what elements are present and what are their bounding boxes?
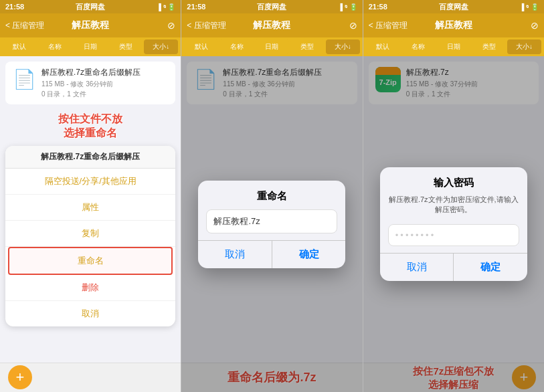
- panel-content-3: 7-Zip 解压教程.7z 115 MB - 修改 37分钟前 0 目录，1 文…: [363, 56, 544, 392]
- annotation-1: 按住文件不放选择重命名: [0, 110, 181, 143]
- sort-tab-size-3[interactable]: 大小↓: [507, 39, 541, 54]
- status-bar-1: 21:58 百度网盘 ▐ ᵑ 🔋: [0, 0, 181, 13]
- menu-item-cancel-1[interactable]: 取消: [5, 301, 175, 326]
- sort-tab-date-3[interactable]: 日期: [436, 39, 470, 54]
- edit-icon-2[interactable]: ⊘: [349, 20, 357, 31]
- password-dialog-3: 输入密码 解压教程.7z文件为加密压缩文件,请输入解压密码。 •••••••• …: [380, 167, 527, 281]
- file-meta2-1: 0 目录，1 文件: [41, 90, 169, 99]
- dialog-title-2: 重命名: [198, 181, 345, 207]
- file-area-1: 📄 解压教程.7z重命名后缀解压 115 MB - 修改 36分钟前 0 目录，…: [0, 56, 181, 110]
- nav-bar-2: < 压缩管理 解压教程 ⊘: [181, 13, 362, 37]
- menu-item-attr-1[interactable]: 属性: [5, 195, 175, 221]
- dialog-buttons-2: 取消 确定: [198, 240, 345, 268]
- sort-tab-default-3[interactable]: 默认: [366, 39, 400, 54]
- sort-tab-date-2[interactable]: 日期: [255, 39, 289, 54]
- carrier-2: 百度网盘: [257, 2, 286, 12]
- dialog-cancel-3[interactable]: 取消: [380, 254, 454, 281]
- sort-tab-name-2[interactable]: 名称: [219, 39, 254, 54]
- panel-content-1: 📄 解压教程.7z重命名后缀解压 115 MB - 修改 36分钟前 0 目录，…: [0, 56, 181, 392]
- sort-tab-type-1[interactable]: 类型: [109, 39, 143, 54]
- time-3: 21:58: [369, 3, 387, 11]
- panel-content-2: 📄 解压教程.7z重命名后缀解压 115 MB - 修改 36分钟前 0 目录，…: [181, 56, 362, 392]
- dialog-cancel-2[interactable]: 取消: [198, 241, 272, 268]
- sort-tab-date-1[interactable]: 日期: [74, 39, 108, 54]
- file-item-1[interactable]: 📄 解压教程.7z重命名后缀解压 115 MB - 修改 36分钟前 0 目录，…: [5, 62, 175, 104]
- status-icons-1: ▐ ᵑ 🔋: [157, 3, 176, 11]
- dialog-confirm-2[interactable]: 确定: [272, 241, 346, 268]
- dialog-confirm-3[interactable]: 确定: [454, 254, 527, 281]
- edit-icon-3[interactable]: ⊘: [531, 20, 539, 31]
- sort-tabs-2: 默认 名称 日期 类型 大小↓: [181, 37, 362, 56]
- time-2: 21:58: [187, 3, 205, 11]
- sort-tab-size-1[interactable]: 大小↓: [144, 39, 178, 54]
- bottom-bar-1: +: [0, 363, 181, 392]
- context-menu-title-1: 解压教程.7z重命名后缀解压: [5, 146, 175, 169]
- panel-3: 21:58 百度网盘 ▐ ᵑ 🔋 < 压缩管理 解压教程 ⊘ 默认 名称 日期 …: [363, 0, 544, 392]
- back-button-2[interactable]: < 压缩管理: [187, 20, 225, 31]
- menu-item-rename-1[interactable]: 重命名: [8, 247, 173, 275]
- nav-title-3: 解压教程: [435, 19, 472, 31]
- menu-item-delete-1[interactable]: 删除: [5, 275, 175, 301]
- nav-bar-3: < 压缩管理 解压教程 ⊘: [363, 13, 544, 37]
- time-1: 21:58: [5, 3, 24, 11]
- sort-tab-default-2[interactable]: 默认: [184, 39, 218, 54]
- status-icons-2: ▐ ᵑ 🔋: [338, 3, 357, 11]
- sort-tab-type-3[interactable]: 类型: [472, 39, 506, 54]
- dialog-title-3: 输入密码: [380, 167, 527, 193]
- menu-item-copy-1[interactable]: 复制: [5, 221, 175, 247]
- sort-tab-size-2[interactable]: 大小↓: [326, 39, 360, 54]
- dialog-subtitle-3: 解压教程.7z文件为加密压缩文件,请输入解压密码。: [380, 193, 527, 221]
- dialog-overlay-3: 输入密码 解压教程.7z文件为加密压缩文件,请输入解压密码。 •••••••• …: [363, 56, 544, 392]
- panel-2: 21:58 百度网盘 ▐ ᵑ 🔋 < 压缩管理 解压教程 ⊘ 默认 名称 日期 …: [181, 0, 363, 392]
- sort-tab-name-1[interactable]: 名称: [38, 39, 72, 54]
- sort-tab-default-1[interactable]: 默认: [3, 39, 37, 54]
- fab-button-1[interactable]: +: [8, 365, 32, 389]
- status-bar-2: 21:58 百度网盘 ▐ ᵑ 🔋: [181, 0, 362, 13]
- file-doc-icon-1: 📄: [12, 67, 36, 91]
- nav-title-2: 解压教程: [253, 19, 290, 31]
- context-menu-1: 解压教程.7z重命名后缀解压 隔空投送/分享/其他应用 属性 复制 重命名 删除…: [5, 146, 175, 326]
- nav-title-1: 解压教程: [72, 19, 109, 31]
- back-button-1[interactable]: < 压缩管理: [5, 20, 44, 31]
- dialog-input-2[interactable]: 解压教程.7z: [206, 209, 337, 233]
- edit-icon-1[interactable]: ⊘: [167, 20, 175, 31]
- dialog-buttons-3: 取消 确定: [380, 253, 527, 281]
- file-meta-1: 115 MB - 修改 36分钟前: [41, 80, 169, 89]
- dialog-password-input-3[interactable]: ••••••••: [388, 224, 519, 246]
- back-button-3[interactable]: < 压缩管理: [369, 20, 407, 31]
- nav-bar-1: < 压缩管理 解压教程 ⊘: [0, 13, 181, 37]
- sort-tab-type-2[interactable]: 类型: [290, 39, 325, 54]
- carrier-3: 百度网盘: [439, 2, 468, 12]
- menu-item-share-1[interactable]: 隔空投送/分享/其他应用: [5, 169, 175, 195]
- status-icons-3: ▐ ᵑ 🔋: [519, 3, 539, 11]
- sort-tabs-3: 默认 名称 日期 类型 大小↓: [363, 37, 544, 56]
- panel-1: 21:58 百度网盘 ▐ ᵑ 🔋 < 压缩管理 解压教程 ⊘ 默认 名称 日期 …: [0, 0, 181, 392]
- rename-dialog-2: 重命名 解压教程.7z 取消 确定: [198, 181, 345, 268]
- dialog-overlay-2: 重命名 解压教程.7z 取消 确定: [181, 56, 362, 392]
- sort-tab-name-3[interactable]: 名称: [401, 39, 436, 54]
- carrier-1: 百度网盘: [76, 2, 105, 12]
- file-name-1: 解压教程.7z重命名后缀解压: [41, 67, 169, 78]
- file-info-1: 解压教程.7z重命名后缀解压 115 MB - 修改 36分钟前 0 目录，1 …: [41, 67, 169, 99]
- status-bar-3: 21:58 百度网盘 ▐ ᵑ 🔋: [363, 0, 544, 13]
- sort-tabs-1: 默认 名称 日期 类型 大小↓: [0, 37, 181, 56]
